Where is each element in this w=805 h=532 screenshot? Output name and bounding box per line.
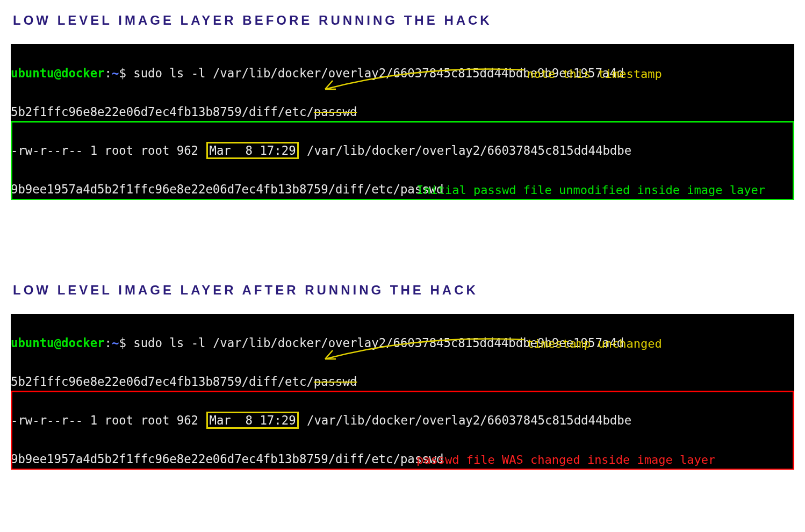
prompt-path: ~ — [112, 66, 119, 80]
prompt-sep: : — [105, 336, 112, 350]
terminal-before: ubuntu@docker:~$ sudo ls -l /var/lib/doc… — [11, 44, 794, 200]
timestamp-highlight-box: Mar 8 17:29 — [206, 412, 298, 429]
term-line: 5b2f1ffc96e8e22e06d7ec4fb13b8759/diff/et… — [11, 102, 794, 121]
ls-perms: -rw-r--r-- 1 root root 962 — [11, 413, 198, 427]
timestamp-highlight-box: Mar 8 17:29 — [206, 142, 298, 159]
ls-perms: -rw-r--r-- 1 root root 962 — [11, 143, 198, 157]
ls-path: /var/lib/docker/overlay2/66037845c815dd4… — [307, 143, 631, 157]
cmd-strikethrough: passwd — [314, 105, 357, 119]
prompt-dollar: $ — [119, 336, 126, 350]
term-line: ubuntu@docker:~$ sudo ls -l /var/lib/doc… — [11, 333, 794, 353]
prompt-path: ~ — [112, 336, 119, 350]
prompt-user: ubuntu@docker — [11, 66, 105, 80]
term-line: 5b2f1ffc96e8e22e06d7ec4fb13b8759/diff/et… — [11, 372, 794, 391]
ls-path: /var/lib/docker/overlay2/66037845c815dd4… — [307, 413, 631, 427]
ls-path: 9b9ee1957a4d5b2f1ffc96e8e22e06d7ec4fb13b… — [11, 182, 443, 196]
term-line: 9b9ee1957a4d5b2f1ffc96e8e22e06d7ec4fb13b… — [11, 449, 794, 469]
ls-path: 9b9ee1957a4d5b2f1ffc96e8e22e06d7ec4fb13b… — [11, 452, 443, 466]
term-line: -rw-r--r-- 1 root root 962 Mar 8 17:29 /… — [11, 411, 794, 430]
cmd-strikethrough: passwd — [314, 375, 357, 389]
term-line: 9b9ee1957a4d5b2f1ffc96e8e22e06d7ec4fb13b… — [11, 179, 794, 199]
cmd-text: 5b2f1ffc96e8e22e06d7ec4fb13b8759/diff/et… — [11, 105, 314, 119]
section-heading-before: LOW LEVEL IMAGE LAYER BEFORE RUNNING THE… — [13, 13, 794, 28]
term-line: -rw-r--r-- 1 root root 962 Mar 8 17:29 /… — [11, 141, 794, 160]
prompt-user: ubuntu@docker — [11, 336, 105, 350]
prompt-sep: : — [105, 66, 112, 80]
cmd-text: sudo ls -l /var/lib/docker/overlay2/6603… — [126, 66, 624, 80]
term-line: ubuntu@docker:~$ sudo ls -l /var/lib/doc… — [11, 63, 794, 83]
section-heading-after: LOW LEVEL IMAGE LAYER AFTER RUNNING THE … — [13, 283, 794, 298]
cmd-text: 5b2f1ffc96e8e22e06d7ec4fb13b8759/diff/et… — [11, 375, 314, 389]
terminal-after: ubuntu@docker:~$ sudo ls -l /var/lib/doc… — [11, 314, 794, 470]
prompt-dollar: $ — [119, 66, 126, 80]
cmd-text: sudo ls -l /var/lib/docker/overlay2/6603… — [126, 336, 624, 350]
